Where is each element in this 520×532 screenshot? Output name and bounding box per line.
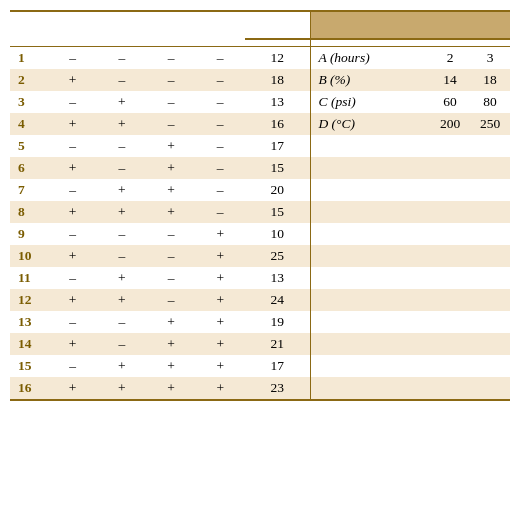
c-cell: + xyxy=(146,311,195,333)
factor-plus-cell xyxy=(470,333,510,355)
factor-minus-cell: 200 xyxy=(430,113,470,135)
d-cell: + xyxy=(196,223,245,245)
factor-name-cell xyxy=(310,289,430,311)
factor-plus-cell xyxy=(470,377,510,400)
run-cell: 13 xyxy=(10,311,48,333)
table-row: 8 + + + – 15 xyxy=(10,201,510,223)
a-cell: + xyxy=(48,333,97,355)
c-cell: + xyxy=(146,179,195,201)
factor-minus-header xyxy=(430,18,470,39)
col-headers-row xyxy=(10,39,510,47)
run-cell: 12 xyxy=(10,289,48,311)
factor-plus-cell xyxy=(470,157,510,179)
d-cell: – xyxy=(196,135,245,157)
factor-name-cell xyxy=(310,311,430,333)
factor-name-cell xyxy=(310,267,430,289)
run-cell: 9 xyxy=(10,223,48,245)
run-cell: 8 xyxy=(10,201,48,223)
factor-plus-cell xyxy=(470,289,510,311)
yield-cell: 18 xyxy=(245,69,310,91)
yield-cell: 25 xyxy=(245,245,310,267)
factor-plus-cell: 250 xyxy=(470,113,510,135)
table-row: 9 – – – + 10 xyxy=(10,223,510,245)
table-row: 10 + – – + 25 xyxy=(10,245,510,267)
factor-minus-cell xyxy=(430,157,470,179)
factor-minus-cell: 60 xyxy=(430,91,470,113)
table-row: 1 – – – – 12 A (hours) 2 3 xyxy=(10,47,510,70)
d-cell: + xyxy=(196,311,245,333)
yield-cell: 15 xyxy=(245,201,310,223)
table-row: 6 + – + – 15 xyxy=(10,157,510,179)
table-row: 2 + – – – 18 B (%) 14 18 xyxy=(10,69,510,91)
d-cell: – xyxy=(196,201,245,223)
b-col-header xyxy=(97,39,146,47)
factor-name-cell xyxy=(310,201,430,223)
d-cell: – xyxy=(196,113,245,135)
run-cell: 6 xyxy=(10,157,48,179)
a-cell: – xyxy=(48,223,97,245)
main-table-container: 1 – – – – 12 A (hours) 2 3 2 + – – – 18 … xyxy=(10,10,510,401)
c-cell: – xyxy=(146,289,195,311)
factor-minus-cell xyxy=(430,289,470,311)
factor-name-cell xyxy=(310,135,430,157)
factor-minus-cell xyxy=(430,179,470,201)
d-cell: + xyxy=(196,333,245,355)
b-cell: + xyxy=(97,267,146,289)
b-cell: – xyxy=(97,223,146,245)
run-cell: 5 xyxy=(10,135,48,157)
factor-name-cell xyxy=(310,223,430,245)
d-cell: – xyxy=(196,91,245,113)
a-cell: + xyxy=(48,245,97,267)
c-cell: – xyxy=(146,267,195,289)
table-row: 3 – + – – 13 C (psi) 60 80 xyxy=(10,91,510,113)
factor-plus-cell xyxy=(470,267,510,289)
table-row: 15 – + + + 17 xyxy=(10,355,510,377)
factor-name-cell: B (%) xyxy=(310,69,430,91)
a-cell: – xyxy=(48,91,97,113)
run-col-header xyxy=(10,39,48,47)
factor-name-cell xyxy=(310,157,430,179)
a-cell: – xyxy=(48,179,97,201)
factor-plus-cell xyxy=(470,311,510,333)
d-cell: + xyxy=(196,245,245,267)
table-row: 11 – + – + 13 xyxy=(10,267,510,289)
b-cell: + xyxy=(97,179,146,201)
factor-plus-header xyxy=(470,18,510,39)
run-cell: 2 xyxy=(10,69,48,91)
factor-minus-cell xyxy=(430,135,470,157)
factor-minus-cell xyxy=(430,267,470,289)
factor-minus-cell xyxy=(430,333,470,355)
b-cell: + xyxy=(97,201,146,223)
factor-name-cell xyxy=(310,355,430,377)
a-cell: + xyxy=(48,289,97,311)
header-row-top xyxy=(10,11,510,18)
yield-cell: 16 xyxy=(245,113,310,135)
yield-cell: 23 xyxy=(245,377,310,400)
yield-cell: 17 xyxy=(245,355,310,377)
c-cell: + xyxy=(146,333,195,355)
table-row: 14 + – + + 21 xyxy=(10,333,510,355)
d-cell: + xyxy=(196,355,245,377)
b-cell: + xyxy=(97,113,146,135)
b-cell: – xyxy=(97,47,146,70)
d-cell: + xyxy=(196,267,245,289)
b-cell: – xyxy=(97,135,146,157)
c-cell: – xyxy=(146,91,195,113)
factor-minus-cell: 14 xyxy=(430,69,470,91)
c-cell: + xyxy=(146,377,195,400)
factor-plus-cell xyxy=(470,201,510,223)
d-cell: – xyxy=(196,179,245,201)
a-cell: – xyxy=(48,135,97,157)
d-cell: – xyxy=(196,69,245,91)
header-row-yield xyxy=(10,18,510,39)
yield-cell: 20 xyxy=(245,179,310,201)
a-cell: – xyxy=(48,311,97,333)
factor-name-cell: A (hours) xyxy=(310,47,430,70)
b-cell: + xyxy=(97,377,146,400)
factor-levels-header xyxy=(310,11,510,18)
run-cell: 15 xyxy=(10,355,48,377)
factor-minus-cell xyxy=(430,223,470,245)
a-col-header xyxy=(48,39,97,47)
factor-plus-cell: 80 xyxy=(470,91,510,113)
run-cell: 7 xyxy=(10,179,48,201)
